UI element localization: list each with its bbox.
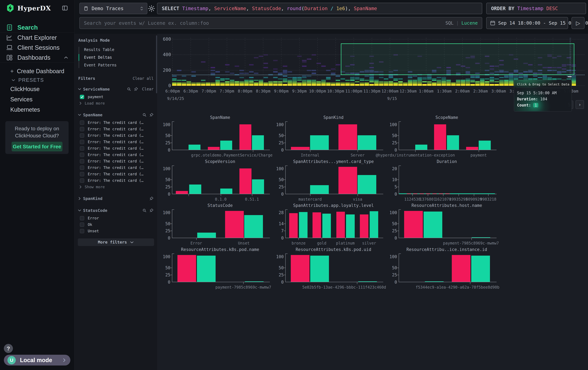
chevron-down-icon[interactable] — [78, 87, 82, 91]
filter-group-header-statuscode[interactable]: StatusCode — [78, 207, 154, 214]
chevron-right-icon[interactable] — [78, 197, 82, 200]
sidebar-item-clickhouse[interactable]: ClickHouse — [0, 84, 74, 94]
heatmap-ytick-0: 0 — [158, 83, 171, 88]
checkbox[interactable] — [80, 159, 84, 163]
clear-filter-link[interactable]: Clear — [142, 87, 154, 91]
filter-group-name: ServiceName — [83, 87, 110, 91]
checkbox[interactable] — [80, 153, 84, 157]
order-by-input[interactable]: ORDER BY Timestamp DESC — [486, 3, 586, 14]
help-button[interactable]: ? — [4, 344, 13, 353]
ytick-label: 100 — [158, 123, 170, 127]
time-tick-label: 10:30pm — [327, 89, 344, 93]
run-query-button[interactable]: ▷ — [572, 17, 584, 29]
filter-option[interactable]: Error: The credit card (… — [80, 164, 158, 171]
filter-group-header-servicename[interactable]: ServiceNameClear — [78, 86, 154, 93]
analysis-mode-option-results-table[interactable]: Results Table — [79, 46, 158, 54]
checkbox[interactable] — [80, 120, 84, 125]
show-more-link[interactable]: Show more — [79, 184, 158, 190]
query-language-toggle[interactable]: SQL | Lucene — [445, 20, 478, 26]
drag-selection-box[interactable] — [341, 43, 574, 75]
create-dashboard-button[interactable]: + Create Dashboard — [0, 66, 74, 76]
filter-group-header-spanname[interactable]: SpanName — [78, 111, 154, 118]
filter-option[interactable]: Error — [80, 215, 158, 221]
ytick-label: 50 — [158, 222, 170, 226]
get-started-button[interactable]: Get Started for Free — [11, 142, 63, 151]
user-menu[interactable]: U Local mode — [4, 355, 70, 366]
source-select[interactable]: Demo Traces — [79, 3, 147, 14]
search-icon[interactable] — [127, 87, 131, 91]
filter-option[interactable]: Error: The credit card (… — [80, 132, 158, 139]
checkbox[interactable] — [80, 127, 84, 131]
checkbox[interactable] — [80, 95, 84, 99]
filter-group-header-spankind[interactable]: SpanKind — [78, 195, 154, 202]
sidebar-item-services[interactable]: Services — [0, 94, 74, 105]
filter-option[interactable]: Unset — [80, 228, 158, 234]
sidebar-item-kubernetes[interactable]: Kubernetes — [0, 105, 74, 115]
ytick-label: 50 — [384, 133, 397, 138]
gear-icon[interactable] — [147, 4, 156, 12]
date-range-picker[interactable]: Sep 14 18:00:00 - Sep 15 05:30:00 — [486, 17, 568, 29]
chevron-up-icon[interactable] — [63, 55, 68, 60]
bar-green — [197, 256, 216, 282]
analysis-mode-option-event-deltas[interactable]: Event Deltas — [79, 54, 158, 61]
hyperdx-logo-icon — [6, 4, 15, 12]
chart-plot: 10050250f5344ec9-a1ea-4290-a62a-78f5bee8… — [399, 253, 495, 282]
checkbox[interactable] — [80, 146, 84, 150]
load-more-link[interactable]: Load more — [79, 100, 158, 107]
clear-all-link[interactable]: Clear all — [133, 76, 154, 81]
chart-title: ScopeVersion — [172, 159, 268, 164]
sidebar-item-chart-explorer[interactable]: Chart Explorer — [0, 33, 74, 43]
pin-icon[interactable] — [134, 87, 138, 91]
filter-option[interactable]: Error: The credit card (… — [80, 171, 158, 177]
checkbox[interactable] — [80, 166, 84, 170]
xtick-label: 5e02b5fb-13ae-4296-bbbc-111f423c460d — [302, 285, 386, 290]
chart-plot: 100502500.1.00.51.1 — [172, 166, 268, 194]
chevron-down-icon[interactable] — [78, 113, 82, 117]
checkbox[interactable] — [80, 133, 84, 138]
filter-option[interactable]: Error: The credit card (… — [80, 119, 158, 126]
avatar: U — [7, 356, 16, 364]
bar-pink — [338, 124, 357, 150]
search-icon[interactable] — [142, 113, 147, 117]
scrollbar-thumb[interactable] — [156, 35, 157, 93]
pin-icon[interactable] — [149, 208, 154, 212]
more-filters-button[interactable]: More filters — [78, 238, 154, 246]
checkbox[interactable] — [80, 178, 84, 183]
sidebar-item-search[interactable]: Search — [0, 22, 74, 32]
search-icon[interactable] — [142, 208, 147, 212]
presets-toggle[interactable]: PRESETS — [0, 76, 74, 84]
toggle-lucene[interactable]: Lucene — [462, 20, 478, 26]
collapse-sidebar-icon[interactable] — [61, 4, 68, 11]
chevron-down-icon[interactable] — [78, 209, 82, 212]
pin-icon[interactable] — [149, 113, 154, 117]
sidebar-item-client-sessions[interactable]: Client Sessions — [0, 43, 74, 53]
filter-option[interactable]: Error: The credit card (… — [80, 139, 158, 145]
select-query-input[interactable]: SELECT Timestamp, ServiceName, StatusCod… — [157, 3, 482, 14]
duration-heatmap[interactable] — [172, 38, 584, 86]
filter-option[interactable]: Error: The credit card (… — [80, 158, 158, 164]
pin-icon[interactable] — [149, 196, 154, 200]
bar-green — [424, 211, 442, 238]
bar-green — [252, 135, 264, 150]
bar-pink — [434, 124, 446, 150]
checkbox[interactable] — [80, 222, 84, 227]
filter-option[interactable]: payment — [80, 94, 158, 100]
checkbox[interactable] — [80, 172, 84, 176]
analysis-mode-option-event-patterns[interactable]: Event Patterns — [79, 61, 158, 69]
filter-option[interactable]: Ok — [80, 221, 158, 228]
xtick-label: payment-7985c8969c-mwmw7 — [215, 285, 271, 290]
filter-option[interactable]: Error: The credit card (… — [80, 177, 158, 184]
bar-green — [370, 211, 378, 238]
filter-option[interactable]: Error: The credit card (… — [80, 145, 158, 151]
checkbox[interactable] — [80, 140, 84, 144]
filter-option[interactable]: Error: The credit card (… — [80, 151, 158, 158]
tooltip-time: Sep 15 5:10:00 AM — [517, 90, 569, 96]
next-page-button[interactable]: › — [576, 100, 584, 109]
sidebar-item-dashboards[interactable]: Dashboards — [0, 53, 74, 63]
toggle-sql[interactable]: SQL — [445, 20, 453, 26]
checkbox[interactable] — [80, 229, 84, 233]
search-input[interactable]: Search your events w/ Lucene ex. column:… — [79, 17, 482, 29]
checkbox[interactable] — [80, 216, 84, 220]
xtick-label: f5344ec9-a1ea-4290-a62a-78f5bee8d90b — [416, 285, 499, 290]
filter-option[interactable]: Error: The credit card (… — [80, 126, 158, 132]
